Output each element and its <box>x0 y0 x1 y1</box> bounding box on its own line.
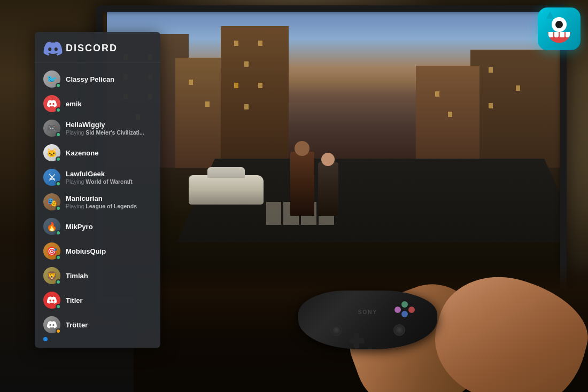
avatar-mobiusquip: 🎯 <box>43 242 60 260</box>
username-trotter: Trötter <box>66 321 152 329</box>
right-analog-stick <box>393 324 405 336</box>
mascot-mouth <box>548 32 570 43</box>
username-hellawiggly: HellaWiggly <box>66 121 152 129</box>
building-3 <box>221 26 289 167</box>
username-mobiusquip: MobiusQuip <box>66 247 152 255</box>
avatar-titler <box>43 292 60 309</box>
status-titler <box>56 304 61 309</box>
user-item-kazenone[interactable]: 🐱Kazenone <box>39 140 156 165</box>
avatar-mikpyro: 🔥 <box>43 218 60 235</box>
hand-right <box>422 264 588 392</box>
circle-button <box>408 307 415 313</box>
activity-lawfulgeek: Playing World of Warcraft <box>66 178 152 185</box>
status-kazenone <box>56 156 61 162</box>
avatar-trotter <box>43 316 60 333</box>
status-classy-pelican <box>56 83 61 88</box>
user-item-hellawiggly[interactable]: 🎮HellaWigglyPlaying Sid Meier's Civiliza… <box>39 116 156 140</box>
user-item-emik[interactable]: emik <box>39 91 156 116</box>
avatar-classy-pelican: 🐦 <box>43 70 60 88</box>
user-list: 🐦Classy Pelicanemik🎮HellaWigglyPlaying S… <box>35 67 160 337</box>
username-timlah: Timlah <box>66 272 152 280</box>
controller-area <box>134 264 588 392</box>
user-item-trotter[interactable]: Trötter <box>39 312 156 337</box>
discord-header: DISCORD <box>35 32 160 62</box>
cross-button <box>401 311 408 317</box>
status-timlah <box>56 279 61 285</box>
building-4 <box>470 50 561 167</box>
building-5 <box>416 66 479 168</box>
status-trotter <box>56 328 61 334</box>
user-item-manicurian[interactable]: 🎭ManicurianPlaying League of Legends <box>39 190 156 214</box>
avatar-manicurian: 🎭 <box>43 193 60 210</box>
status-emik <box>56 107 61 113</box>
status-mobiusquip <box>56 255 61 260</box>
avatar-timlah: 🦁 <box>43 267 60 284</box>
panel-footer <box>43 337 48 341</box>
triangle-button <box>401 301 408 308</box>
car <box>189 175 264 205</box>
username-lawfulgeek: LawfulGeek <box>66 170 152 178</box>
avatar-emik <box>43 95 60 112</box>
username-mikpyro: MikPyro <box>66 223 152 231</box>
avatar-kazenone: 🐱 <box>43 144 60 161</box>
mascot-pupil <box>555 21 563 28</box>
status-manicurian <box>56 206 61 211</box>
user-item-timlah[interactable]: 🦁Timlah <box>39 263 156 288</box>
footer-indicator <box>43 337 48 341</box>
controller <box>298 291 437 349</box>
mascot-horn-right <box>564 11 572 19</box>
left-analog-stick <box>330 324 342 336</box>
discord-title-text: DISCORD <box>66 43 118 54</box>
discord-panel: DISCORD 🐦Classy Pelicanemik🎮HellaWigglyP… <box>35 32 160 348</box>
username-kazenone: Kazenone <box>66 149 152 157</box>
username-titler: Titler <box>66 296 152 304</box>
activity-manicurian: Playing League of Legends <box>66 203 152 209</box>
user-item-mobiusquip[interactable]: 🎯MobiusQuip <box>39 239 156 263</box>
mascot-face <box>543 14 575 44</box>
user-item-mikpyro[interactable]: 🔥MikPyro <box>39 214 156 239</box>
avatar-hellawiggly: 🎮 <box>43 120 60 137</box>
mascot-eye <box>552 17 567 32</box>
username-emik: emik <box>66 100 152 108</box>
avatar-lawfulgeek: ⚔ <box>43 169 60 186</box>
username-manicurian: Manicurian <box>66 194 152 202</box>
user-item-classy-pelican[interactable]: 🐦Classy Pelican <box>39 67 156 91</box>
status-lawfulgeek <box>56 181 61 186</box>
username-classy-pelican: Classy Pelican <box>66 75 152 83</box>
game-scene <box>107 11 561 296</box>
mascot-horn-left <box>546 11 554 19</box>
characters <box>280 141 344 216</box>
user-item-titler[interactable]: Titler <box>39 288 156 312</box>
user-item-lawfulgeek[interactable]: ⚔LawfulGeekPlaying World of Warcraft <box>39 165 156 190</box>
tv-screen <box>107 11 561 296</box>
square-button <box>394 307 401 313</box>
activity-hellawiggly: Playing Sid Meier's Civilizati... <box>66 129 152 136</box>
status-mikpyro <box>56 230 61 236</box>
mascot-icon <box>538 7 581 50</box>
mascot-teeth <box>548 32 570 37</box>
discord-logo-icon <box>43 42 60 54</box>
status-hellawiggly <box>56 132 61 137</box>
